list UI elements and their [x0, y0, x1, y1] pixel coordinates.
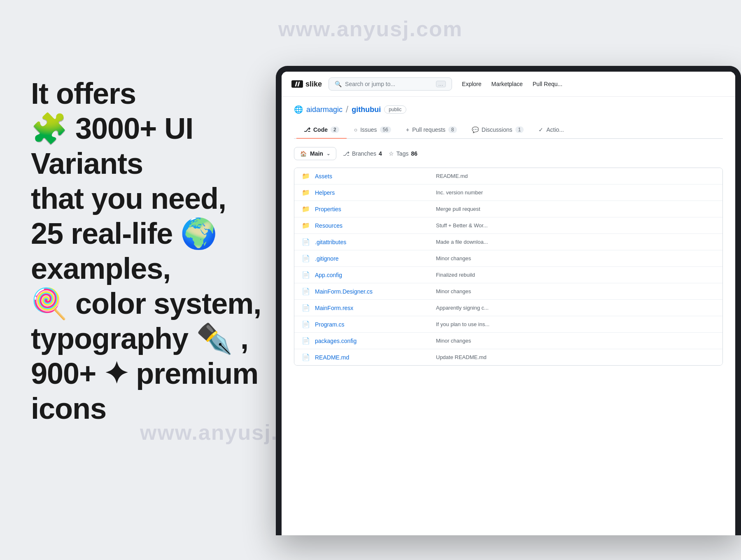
code-tab-count: 2	[331, 126, 339, 133]
branch-selector[interactable]: 🏠 Main ⌄	[294, 147, 336, 160]
file-icon: 📄	[302, 271, 309, 279]
hero-line2: 🧩 3000+ UI Variants	[31, 112, 193, 180]
file-name[interactable]: Program.cs	[315, 321, 430, 328]
hero-line1: It offers	[31, 77, 136, 110]
pr-tab-icon: +	[406, 126, 409, 133]
table-row[interactable]: 📁AssetsREADME.md	[294, 168, 722, 184]
table-row[interactable]: 📄.gitignoreMinor changes	[294, 250, 722, 267]
file-name[interactable]: Helpers	[315, 189, 430, 196]
hero-line3: that you need,	[31, 182, 226, 215]
discussions-tab-icon: 💬	[472, 126, 479, 133]
hero-text: It offers 🧩 3000+ UI Variants that you n…	[31, 76, 274, 426]
file-commit-message: Finalized rebuild	[436, 272, 715, 278]
file-name[interactable]: Properties	[315, 206, 430, 212]
file-commit-message: Minor changes	[436, 255, 715, 261]
repo-tabs: ⎇ Code 2 ○ Issues 56 + Pull requests 8 💬…	[294, 121, 723, 139]
nav-link-marketplace[interactable]: Marketplace	[492, 81, 523, 87]
pr-tab-label: Pull requests	[412, 126, 445, 133]
table-row[interactable]: 📁HelpersInc. version number	[294, 184, 722, 201]
logo-slash-1	[295, 82, 297, 86]
watermark-top: www.anyusj.com	[278, 16, 463, 41]
search-box[interactable]: 🔍 Search or jump to... ...	[329, 77, 452, 91]
github-ui: slike 🔍 Search or jump to... ... Explore…	[282, 72, 735, 535]
branch-bar: 🏠 Main ⌄ ⎇ Branches 4 ☆ Tags 86	[294, 147, 723, 160]
table-row[interactable]: 📄MainForm.Designer.csMinor changes	[294, 283, 722, 300]
repo-visibility-badge: public	[384, 105, 406, 114]
branch-name: Main	[310, 150, 323, 157]
github-navbar: slike 🔍 Search or jump to... ... Explore…	[282, 72, 735, 97]
tab-actions[interactable]: ✓ Actio...	[531, 121, 571, 139]
hero-line6: typography ✒️ ,	[31, 322, 248, 355]
file-name[interactable]: Resources	[315, 222, 430, 229]
tab-discussions[interactable]: 💬 Discussions 1	[464, 121, 531, 139]
tags-label: Tags	[396, 150, 409, 157]
file-icon: 📄	[302, 337, 309, 345]
file-icon: 📄	[302, 254, 309, 262]
branches-count: 4	[379, 150, 382, 157]
file-commit-message: Inc. version number	[436, 189, 715, 196]
folder-icon: 📁	[302, 189, 309, 196]
tab-code[interactable]: ⎇ Code 2	[296, 121, 347, 139]
table-row[interactable]: 📄App.configFinalized rebuild	[294, 267, 722, 283]
file-name[interactable]: README.md	[315, 354, 430, 361]
globe-icon: 🌐	[294, 105, 303, 114]
table-row[interactable]: 📄Program.csIf you plan to use ins...	[294, 316, 722, 333]
file-commit-message: Minor changes	[436, 338, 715, 344]
table-row[interactable]: 📄packages.configMinor changes	[294, 333, 722, 349]
file-name[interactable]: App.config	[315, 272, 430, 278]
tags-count: 86	[411, 150, 417, 157]
discussions-tab-label: Discussions	[482, 126, 513, 133]
file-commit-message: Made a file downloa...	[436, 239, 715, 245]
branches-stat[interactable]: ⎇ Branches 4	[343, 150, 382, 157]
table-row[interactable]: 📄README.mdUpdate README.md	[294, 349, 722, 365]
search-placeholder: Search or jump to...	[345, 81, 433, 87]
repo-content: 🏠 Main ⌄ ⎇ Branches 4 ☆ Tags 86 📁Ass	[282, 139, 735, 535]
file-commit-message: If you plan to use ins...	[436, 321, 715, 327]
nav-link-pullrequests[interactable]: Pull Requ...	[533, 81, 562, 87]
actions-tab-label: Actio...	[546, 126, 564, 133]
file-name[interactable]: MainForm.Designer.cs	[315, 288, 430, 295]
logo-text: slike	[305, 80, 322, 89]
hero-section: It offers 🧩 3000+ UI Variants that you n…	[31, 76, 274, 426]
issues-tab-icon: ○	[354, 126, 357, 133]
table-row[interactable]: 📁ResourcesStuff + Better & Wor...	[294, 217, 722, 234]
table-row[interactable]: 📁PropertiesMerge pull request	[294, 201, 722, 217]
file-icon: 📄	[302, 287, 309, 295]
repo-owner[interactable]: aidarmagic	[306, 105, 343, 114]
file-icon: 📄	[302, 238, 309, 246]
repo-name[interactable]: githubui	[352, 105, 381, 114]
tags-stat[interactable]: ☆ Tags 86	[389, 150, 417, 157]
file-commit-message: Stuff + Better & Wor...	[436, 222, 715, 229]
file-name[interactable]: Assets	[315, 173, 430, 180]
branches-label: Branches	[352, 150, 376, 157]
file-commit-message: Update README.md	[436, 354, 715, 360]
issues-tab-label: Issues	[360, 126, 377, 133]
file-name[interactable]: packages.config	[315, 338, 430, 344]
tab-pullrequests[interactable]: + Pull requests 8	[398, 121, 464, 139]
file-name[interactable]: .gitattributes	[315, 239, 430, 245]
code-tab-icon: ⎇	[304, 126, 310, 133]
nav-links: Explore Marketplace Pull Requ...	[462, 81, 562, 87]
folder-icon: 📁	[302, 205, 309, 213]
hero-line4: 25 real-life 🌍 examples,	[31, 217, 217, 285]
table-row[interactable]: 📄.gitattributesMade a file downloa...	[294, 234, 722, 250]
file-commit-message: README.md	[436, 173, 715, 179]
tab-issues[interactable]: ○ Issues 56	[347, 121, 398, 139]
file-name[interactable]: MainForm.resx	[315, 305, 430, 311]
tags-icon: ☆	[389, 150, 394, 157]
actions-tab-icon: ✓	[538, 126, 543, 133]
search-kbd-hint: ...	[436, 81, 446, 87]
repo-separator: /	[346, 104, 348, 115]
device-frame: slike 🔍 Search or jump to... ... Explore…	[276, 66, 741, 535]
branch-chevron-icon: ⌄	[326, 151, 330, 156]
file-icon: 📄	[302, 320, 309, 328]
search-icon: 🔍	[335, 81, 342, 87]
table-row[interactable]: 📄MainForm.resxApparently signing c...	[294, 300, 722, 316]
logo-icon	[291, 80, 303, 88]
nav-link-explore[interactable]: Explore	[462, 81, 481, 87]
hero-line5: 🍭 color system,	[31, 287, 261, 320]
hero-line7: 900+ ✦ premium icons	[31, 357, 258, 425]
file-name[interactable]: .gitignore	[315, 255, 430, 262]
folder-icon: 📁	[302, 172, 309, 180]
discussions-tab-count: 1	[515, 126, 524, 133]
